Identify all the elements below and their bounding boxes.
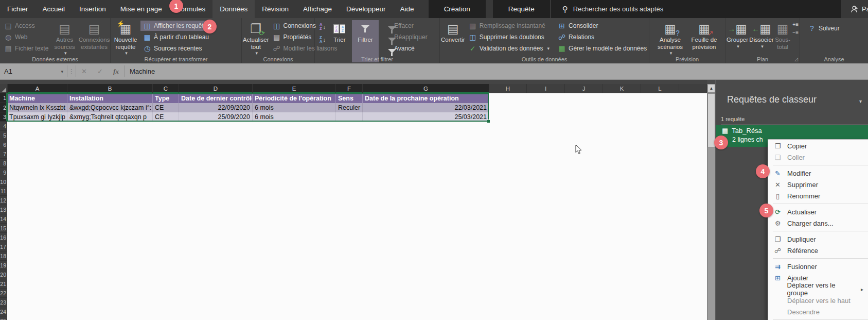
row-header-6[interactable]: 6 xyxy=(0,140,7,149)
scrollbar-thumb[interactable] xyxy=(707,93,715,147)
menu-item-dupliquer[interactable]: ❐Dupliquer xyxy=(768,233,868,245)
existing-connections-button[interactable]: ▤ Connexions existantes xyxy=(78,20,110,50)
column-header-B[interactable]: B xyxy=(67,84,153,93)
table-header-row-cell-G[interactable]: Date de la prochaine opération xyxy=(362,93,489,103)
row-header-22[interactable]: 22 xyxy=(0,289,7,298)
row-header-5[interactable]: 5 xyxy=(0,131,7,140)
show-queries-button[interactable]: ◫ Afficher les requêtes xyxy=(140,21,212,31)
tab-affichage[interactable]: Affichage xyxy=(296,0,339,18)
column-header-partial[interactable] xyxy=(679,84,706,93)
menu-item-fusionner[interactable]: ⇉Fusionner xyxy=(768,261,868,272)
cancel-button[interactable]: ✕ xyxy=(76,63,92,79)
row-header-16[interactable]: 16 xyxy=(0,233,7,242)
row-header-7[interactable]: 7 xyxy=(0,149,7,159)
tell-me-search[interactable]: ⚲ Rechercher des outils adaptés xyxy=(551,0,841,18)
name-box[interactable]: A1 ▾ xyxy=(0,63,67,79)
column-header-J[interactable]: J xyxy=(565,84,603,93)
ungroup-button[interactable]: ←▦ Dissocier ▾ xyxy=(749,20,774,49)
consolidate-button[interactable]: ⊞ Consolider xyxy=(555,21,649,31)
table-row-2-cell-C[interactable]: CE xyxy=(152,103,179,112)
table-row-3-cell-B[interactable]: &xmyg;Tsqhreit qtcqaxqn p xyxy=(67,112,152,122)
row-header-25[interactable]: 25 xyxy=(0,316,7,320)
table-header-row-cell-F[interactable]: Sens xyxy=(335,93,362,103)
sort-button[interactable]: ZA AZ Trier xyxy=(327,20,352,44)
reapply-button[interactable]: Réappliquer xyxy=(381,32,430,42)
table-row-3-cell-C[interactable]: CE xyxy=(152,112,179,122)
table-row-3-cell-E[interactable]: 6 mois xyxy=(252,112,335,122)
sort-az-button[interactable]: AZ ↓ xyxy=(318,22,327,31)
row-header-3[interactable]: 3 xyxy=(0,112,7,122)
table-row-2-cell-D[interactable]: 22/09/2020 xyxy=(179,103,252,112)
row-header-19[interactable]: 19 xyxy=(0,261,7,270)
row-header-13[interactable]: 13 xyxy=(0,205,7,214)
data-validation-button[interactable]: ✓ Validation des données ▾ xyxy=(466,43,552,54)
row-header-4[interactable]: 4 xyxy=(0,122,7,131)
table-row-3-cell-F[interactable] xyxy=(335,112,362,122)
column-header-I[interactable]: I xyxy=(527,84,565,93)
row-header-12[interactable]: 12 xyxy=(0,196,7,205)
formula-input[interactable]: Machine xyxy=(125,63,868,79)
menu-item-actualiser[interactable]: ⟳Actualiser xyxy=(768,206,868,217)
table-row-2-cell-A[interactable]: Ntqwmeln lx Ksszbt xyxy=(7,103,67,112)
menu-item-r-f-rence[interactable]: ☍Référence xyxy=(768,245,868,256)
table-header-row-cell-D[interactable]: Date de dernier contrôle xyxy=(179,93,252,103)
fill-handle[interactable] xyxy=(487,120,490,123)
table-header-row-cell-B[interactable]: Installation xyxy=(67,93,152,103)
row-header-9[interactable]: 9 xyxy=(0,168,7,177)
menu-item-modifier[interactable]: ✎Modifier xyxy=(768,167,868,179)
table-row-3-cell-A[interactable]: Tpuxsaxm gi Iyzkjlp xyxy=(7,112,67,122)
tab-création[interactable]: Création xyxy=(429,0,486,18)
table-row-2-cell-F[interactable]: Reculer xyxy=(335,103,362,112)
column-header-A[interactable]: A xyxy=(8,84,67,93)
table-header-row-cell-E[interactable]: Périodicité de l'opération xyxy=(252,93,335,103)
text-to-columns-button[interactable]: ▤ Convertir xyxy=(440,20,466,44)
row-header-18[interactable]: 18 xyxy=(0,251,7,261)
tab-données[interactable]: Données xyxy=(212,0,255,18)
row-header-23[interactable]: 23 xyxy=(0,298,7,307)
formula-bar-handle[interactable]: ⋮ xyxy=(67,63,76,79)
menu-item-copier[interactable]: ❐Copier xyxy=(768,140,868,151)
name-box-dropdown-icon[interactable]: ▾ xyxy=(61,69,63,74)
forecast-sheet-button[interactable]: ▦ ↗ Feuille de prévision xyxy=(687,20,721,50)
recent-sources-button[interactable]: ◷ Sources récentes xyxy=(140,43,212,54)
table-row-2-cell-E[interactable]: 6 mois xyxy=(252,103,335,112)
new-query-button[interactable]: ▦ ⚡ Nouvelle requête ▾ xyxy=(111,20,140,56)
panel-dropdown-icon[interactable]: ▾ xyxy=(859,98,862,104)
tab-requête[interactable]: Requête xyxy=(493,0,550,18)
solver-button[interactable]: ? Solveur xyxy=(805,23,842,33)
row-header-1[interactable]: 1 xyxy=(0,93,7,103)
what-if-button[interactable]: ▦ ? Analyse scénarios ▾ xyxy=(653,20,687,56)
tab-mise-en-page[interactable]: Mise en page xyxy=(113,0,169,18)
table-row-3-cell-G[interactable]: 25/03/2021 xyxy=(362,112,489,122)
row-header-24[interactable]: 24 xyxy=(0,307,7,316)
account-button[interactable]: Pa xyxy=(851,0,868,18)
column-header-L[interactable]: L xyxy=(641,84,679,93)
row-header-10[interactable]: 10 xyxy=(0,177,7,187)
row-header-2[interactable]: 2 xyxy=(0,103,7,112)
column-header-D[interactable]: D xyxy=(179,84,253,93)
advanced-filter-button[interactable]: Avancé xyxy=(381,43,430,54)
relationships-button[interactable]: ☍ Relations xyxy=(555,32,649,42)
web-button[interactable]: ◍ Web xyxy=(2,32,51,42)
table-header-row-cell-A[interactable]: Machine xyxy=(7,93,67,103)
hide-detail-button[interactable]: −≡ xyxy=(792,30,799,36)
table-row-2-cell-G[interactable]: 22/03/2021 xyxy=(362,103,489,112)
tab-accueil[interactable]: Accueil xyxy=(36,0,73,18)
vertical-scrollbar[interactable]: ▲ xyxy=(707,84,715,320)
manage-data-model-button[interactable]: ▦ Gérer le modèle de données xyxy=(555,43,649,54)
row-header-21[interactable]: 21 xyxy=(0,279,7,289)
sort-za-button[interactable]: ZA ↓ xyxy=(318,35,327,44)
table-header-row-cell-C[interactable]: Type xyxy=(152,93,179,103)
text-file-button[interactable]: ▤ Fichier texte xyxy=(2,43,51,54)
table-row-3-cell-D[interactable]: 25/09/2020 xyxy=(179,112,252,122)
tab-développeur[interactable]: Développeur xyxy=(339,0,393,18)
table-row-2-cell-B[interactable]: &wxgd;Qcpocvcc kjzczam i°: xyxy=(67,103,152,112)
enter-button[interactable]: ✓ xyxy=(92,63,108,79)
menu-item-d-placer-vers-le-groupe[interactable]: Déplacer vers le groupe▸ xyxy=(768,283,868,295)
row-header-20[interactable]: 20 xyxy=(0,270,7,279)
tab-insertion[interactable]: Insertion xyxy=(72,0,113,18)
menu-item-renommer[interactable]: ▯Renommer xyxy=(768,190,868,201)
column-header-H[interactable]: H xyxy=(489,84,527,93)
scroll-up-button[interactable]: ▲ xyxy=(707,84,715,93)
menu-item-supprimer[interactable]: ✕Supprimer xyxy=(768,179,868,190)
